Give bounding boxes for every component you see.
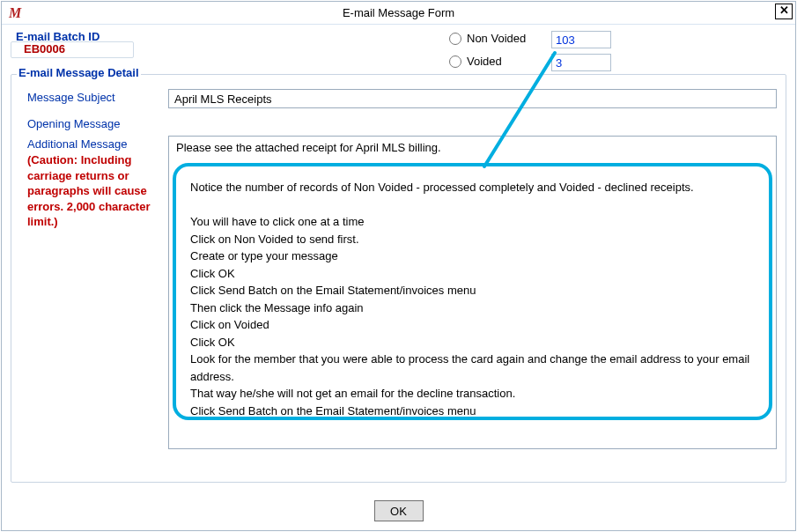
callout-l9: Click OK — [190, 334, 755, 351]
additional-label: Additional Message — [20, 136, 168, 151]
callout-l5: Click OK — [190, 265, 755, 283]
callout-l1: Notice the number of records of Non Void… — [190, 179, 755, 196]
batch-id-value: EB0006 — [11, 41, 134, 58]
warning-text: (Caution: Including carriage returns or … — [27, 152, 161, 230]
callout-l11: That way he/she will not get an email fo… — [190, 385, 755, 403]
close-icon: ✕ — [779, 4, 789, 17]
window-title: E-mail Message Form — [2, 6, 795, 19]
callout-l6: Click Send Batch on the Email Statement/… — [190, 282, 755, 299]
additional-message-text: Please see the attached receipt for Apri… — [176, 140, 769, 156]
close-button[interactable]: ✕ — [775, 4, 793, 19]
opening-row: Opening Message — [20, 115, 777, 130]
voided-row: Voided — [449, 55, 502, 68]
subject-row: Message Subject — [20, 89, 777, 108]
email-detail-fieldset: E-mail Message Detail Message Subject Op… — [11, 74, 786, 483]
non-voided-radio[interactable] — [449, 33, 461, 45]
opening-label: Opening Message — [20, 115, 168, 130]
callout-l10: Look for the member that you were able t… — [190, 351, 755, 385]
subject-input[interactable] — [168, 89, 777, 108]
instruction-callout: Notice the number of records of Non Void… — [173, 163, 772, 420]
additional-row: Additional Message (Caution: Including c… — [20, 136, 777, 449]
content-area: E-mail Batch ID EB0006 Non Voided Voided… — [2, 25, 795, 530]
non-voided-count[interactable] — [551, 31, 611, 48]
callout-l7: Then click the Message info again — [190, 299, 755, 317]
additional-label-col: Additional Message (Caution: Including c… — [20, 136, 168, 230]
additional-message-box[interactable]: Please see the attached receipt for Apri… — [168, 136, 777, 449]
subject-label: Message Subject — [20, 89, 168, 104]
email-detail-legend: E-mail Message Detail — [17, 66, 141, 79]
window-frame: M E-mail Message Form ✕ E-mail Batch ID … — [1, 1, 796, 531]
callout-l8: Click on Voided — [190, 316, 755, 334]
voided-radio[interactable] — [449, 55, 461, 68]
voided-label: Voided — [467, 55, 502, 68]
voided-count[interactable] — [551, 54, 611, 71]
callout-l2: You will have to click one at a time — [190, 213, 755, 231]
ok-button[interactable]: OK — [374, 500, 424, 521]
callout-l12: Click Send Batch on the Email Statement/… — [190, 403, 755, 420]
callout-l4: Create or type your message — [190, 248, 755, 265]
titlebar: M E-mail Message Form ✕ — [2, 2, 795, 25]
non-voided-label: Non Voided — [467, 32, 526, 45]
callout-l3: Click on Non Voided to send first. — [190, 231, 755, 248]
non-voided-row: Non Voided — [449, 32, 526, 45]
batch-group: E-mail Batch ID EB0006 Non Voided Voided — [11, 30, 786, 58]
